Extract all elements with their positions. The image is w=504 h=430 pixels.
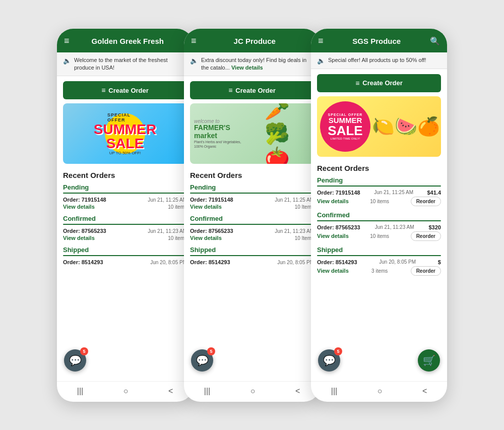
veggies-graphic: 🥕🥦🍅 xyxy=(265,107,310,160)
announcement-text: Welcome to the market of the freshest pr… xyxy=(74,56,187,72)
status-group-pending-sgs: Pending Order: 71915148 Jun 21, 11:25 AM… xyxy=(317,176,441,206)
view-details-jc[interactable]: View details xyxy=(231,65,263,71)
reorder-button-confirmed-sgs[interactable]: Reorder xyxy=(411,231,441,241)
status-shipped-sgs: Shipped xyxy=(317,246,441,254)
nav-back-icon[interactable]: ○ xyxy=(123,387,129,396)
view-details-pending-sgs[interactable]: View details xyxy=(317,198,349,204)
announcement-bar: 🔈 Welcome to the market of the freshest … xyxy=(57,52,193,77)
limited-text-sgs: LIMITED TIME ONLY! xyxy=(331,137,360,140)
nav-recent-icon[interactable]: < xyxy=(168,387,173,396)
status-group-confirmed: Confirmed Order: 87565233 Jun 21, 11:23 … xyxy=(63,215,187,241)
sgs-fruits: 🍋🍉🍊 xyxy=(370,96,441,157)
menu-icon-jc[interactable]: ≡ xyxy=(191,36,197,46)
farm-sub: Plant's Herbs and Vegetables,100% Organi… xyxy=(194,140,265,149)
order-date-confirmed: Jun 21, 11:23 AM xyxy=(148,228,187,234)
app-title-sgs: SGS Produce xyxy=(324,37,430,45)
nav-back-icon-sgs[interactable]: ○ xyxy=(377,387,383,396)
order-row-shipped: Order: 8514293 Jun 20, 8:05 PM xyxy=(63,259,187,265)
recent-orders-section-sgs: Recent Orders Pending Order: 71915148 Ju… xyxy=(311,162,447,381)
order-row-shipped-sgs: Order: 8514293 Jun 20, 8:05 PM $ xyxy=(317,259,441,265)
phone-nav-jc: ||| ○ < xyxy=(184,381,320,402)
status-pending-sgs: Pending xyxy=(317,176,441,184)
status-confirmed-jc: Confirmed xyxy=(190,215,314,222)
order-row-confirmed: Order: 87565233 Jun 21, 11:23 AM xyxy=(63,228,187,234)
announcement-bar-sgs: 🔈 Special offer! All products up to 50% … xyxy=(311,52,447,69)
items-count-pending-sgs: 10 items xyxy=(370,199,389,204)
farmers-market-banner: welcome to FARMER'Smarket Plant's Herbs … xyxy=(190,103,314,164)
order-amount-confirmed-sgs: $320 xyxy=(429,224,441,230)
view-details-shipped-sgs[interactable]: View details xyxy=(317,268,349,274)
view-details-link[interactable]: View details xyxy=(63,204,95,210)
order-row: Order: 71915148 Jun 21, 11:25 AM xyxy=(63,197,187,203)
order-row-jc: Order: 71915148 Jun 21, 11:25 AM xyxy=(190,197,314,203)
order-date-jc: Jun 21, 11:25 AM xyxy=(275,197,314,203)
order-row-confirmed-jc: Order: 87565233 Jun 21, 11:23 AM xyxy=(190,228,314,234)
status-divider xyxy=(63,193,187,194)
phone-golden-greek: ≡ Golden Greek Fresh 🔈 Welcome to the ma… xyxy=(57,29,193,402)
create-order-label: Create Order xyxy=(108,87,148,94)
app-title-jc: JC Produce xyxy=(197,37,313,45)
order-second-row-confirmed-jc: View details 10 Items xyxy=(190,235,314,241)
phone-header-golden-greek: ≡ Golden Greek Fresh xyxy=(57,29,193,52)
items-count-confirmed-sgs: 10 items xyxy=(370,233,389,239)
menu-icon-sgs[interactable]: ≡ xyxy=(318,36,324,46)
search-icon-sgs[interactable]: 🔍 xyxy=(430,36,440,46)
nav-back-icon-jc[interactable]: ○ xyxy=(250,387,256,396)
reorder-button-shipped-sgs[interactable]: Reorder xyxy=(411,266,441,276)
order-id-shipped: Order: 8514293 xyxy=(63,259,103,265)
menu-icon[interactable]: ≡ xyxy=(64,36,70,46)
sale-text-sgs: SALE xyxy=(328,124,362,137)
chat-fab-sgs[interactable]: 💬 5 xyxy=(318,349,340,372)
chat-fab[interactable]: 💬 5 xyxy=(64,349,86,372)
view-details-confirmed-jc[interactable]: View details xyxy=(190,235,222,241)
farm-title: FARMER'Smarket xyxy=(194,124,265,140)
order-id: Order: 71915148 xyxy=(63,197,106,203)
status-group-shipped: Shipped Order: 8514293 Jun 20, 8:05 PM xyxy=(63,246,187,265)
screenshot-container: ≡ Golden Greek Fresh 🔈 Welcome to the ma… xyxy=(47,14,457,417)
status-divider-pending-sgs xyxy=(317,186,441,187)
nav-home-icon[interactable]: ||| xyxy=(77,387,83,396)
nav-recent-icon-jc[interactable]: < xyxy=(295,387,300,396)
view-details-confirmed[interactable]: View details xyxy=(63,235,95,241)
cart-fab-sgs[interactable]: 🛒 xyxy=(418,349,440,372)
phone-sgs-produce: ≡ SGS Produce 🔍 🔈 Special offer! All pro… xyxy=(311,29,447,402)
announcement-text-sgs: Special offer! All products up to 50% of… xyxy=(328,56,426,64)
phone-header-sgs: ≡ SGS Produce 🔍 xyxy=(311,29,447,52)
order-id-pending-sgs: Order: 71915148 xyxy=(317,190,360,196)
order-date-confirmed-sgs: Jun 21, 11:23 AM xyxy=(375,224,414,230)
view-details-confirmed-sgs[interactable]: View details xyxy=(317,233,349,239)
nav-home-icon-jc[interactable]: ||| xyxy=(204,387,210,396)
order-second-row-confirmed-sgs: View details 10 items Reorder xyxy=(317,231,441,241)
section-title: Recent Orders xyxy=(63,171,187,179)
chat-fab-jc[interactable]: 💬 5 xyxy=(191,349,213,372)
nav-recent-icon-sgs[interactable]: < xyxy=(422,387,427,396)
order-row-shipped-jc: Order: 8514293 Jun 20, 8:05 PM xyxy=(190,259,314,265)
order-date: Jun 21, 11:25 AM xyxy=(148,197,187,203)
status-divider-confirmed xyxy=(63,224,187,225)
order-second-row-pending-sgs: View details 10 items Reorder xyxy=(317,197,441,206)
section-title-sgs: Recent Orders xyxy=(317,164,441,172)
create-order-button[interactable]: ≡ Create Order xyxy=(63,81,187,99)
order-id-shipped-jc: Order: 8514293 xyxy=(190,259,230,265)
nav-home-icon-sgs[interactable]: ||| xyxy=(331,387,337,396)
order-id-confirmed: Order: 87565233 xyxy=(63,228,106,234)
order-date-shipped-sgs: Jun 20, 8:05 PM xyxy=(379,259,416,265)
status-group-confirmed-sgs: Confirmed Order: 87565233 Jun 21, 11:23 … xyxy=(317,211,441,241)
list-icon-jc: ≡ xyxy=(228,86,232,94)
status-group-confirmed-jc: Confirmed Order: 87565233 Jun 21, 11:23 … xyxy=(190,215,314,241)
create-order-button-sgs[interactable]: ≡ Create Order xyxy=(317,74,441,92)
create-order-button-jc[interactable]: ≡ Create Order xyxy=(190,81,314,99)
order-second-row-shipped-sgs: View details 3 items Reorder xyxy=(317,266,441,276)
status-group-pending-jc: Pending Order: 71915148 Jun 21, 11:25 AM… xyxy=(190,183,314,210)
order-date-pending-sgs: Jun 21, 11:25 AM xyxy=(374,190,413,195)
status-divider-confirmed-sgs xyxy=(317,220,441,221)
reorder-button-pending-sgs[interactable]: Reorder xyxy=(411,197,441,206)
announcement-bar-jc: 🔈 Extra discount today only! Find big de… xyxy=(184,52,320,77)
view-details-link-jc[interactable]: View details xyxy=(190,204,222,210)
recent-orders-section: Recent Orders Pending Order: 71915148 Ju… xyxy=(57,169,193,381)
status-confirmed: Confirmed xyxy=(63,215,187,222)
chat-badge-jc: 5 xyxy=(207,347,215,355)
order-date-confirmed-jc: Jun 21, 11:23 AM xyxy=(275,228,314,234)
speaker-icon: 🔈 xyxy=(63,57,71,65)
status-shipped: Shipped xyxy=(63,246,187,254)
